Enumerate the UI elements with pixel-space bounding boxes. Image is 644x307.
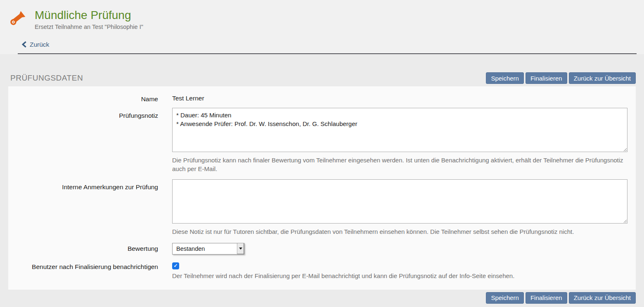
back-to-overview-button-top[interactable]: Zurück zur Übersicht (569, 72, 636, 84)
scroll-icon (7, 8, 28, 29)
page-title: Mündliche Prüfung (35, 8, 143, 22)
check-icon: ✓ (173, 263, 178, 268)
rating-selected-value: Bestanden (173, 245, 237, 252)
exam-data-form: Name Test Lerner Prüfungsnotiz * Dauer: … (8, 86, 636, 289)
form-row-name: Name Test Lerner (8, 93, 636, 104)
finalize-button-top[interactable]: Finalisieren (526, 72, 567, 84)
exam-note-textarea[interactable]: * Dauer: 45 Minuten * Anwesende Prüfer: … (172, 108, 627, 152)
chevron-left-icon (22, 41, 26, 48)
toolbar-bottom: Speichern Finalisieren Zurück zur Übersi… (0, 292, 644, 304)
form-row-internal-note: Interne Anmerkungen zur Prüfung Diese No… (8, 179, 636, 236)
form-row-exam-note: Prüfungsnotiz * Dauer: 45 Minuten * Anwe… (8, 108, 636, 173)
chevron-down-icon (237, 243, 244, 254)
rating-label: Bewertung (8, 245, 158, 252)
exam-note-label: Prüfungsnotiz (8, 108, 158, 173)
internal-note-textarea[interactable] (172, 179, 627, 224)
name-label: Name (8, 95, 158, 104)
page-subtitle: Ersetzt Teilnahme an Test "Philosophie I… (35, 24, 143, 30)
back-bar: Zurück (18, 30, 637, 55)
notify-checkbox[interactable]: ✓ (172, 262, 179, 269)
toolbar-top: Speichern Finalisieren Zurück zur Übersi… (486, 72, 636, 84)
rating-select[interactable]: Bestanden (172, 243, 244, 255)
save-button-bottom[interactable]: Speichern (486, 292, 524, 304)
exam-note-help: Die Prüfungsnotiz kann nach finaler Bewe… (172, 156, 627, 173)
page: Mündliche Prüfung Ersetzt Teilnahme an T… (0, 0, 644, 307)
notify-help: Der Teilnehmer wird nach der Finalisieru… (172, 271, 627, 280)
notify-label: Benutzer nach Finalisierung benachrichti… (8, 262, 158, 280)
form-row-rating: Bewertung Bestanden (8, 243, 636, 255)
content: PRÜFUNGSDATEN Speichern Finalisieren Zur… (0, 54, 644, 303)
save-button-top[interactable]: Speichern (486, 72, 524, 84)
section-title: PRÜFUNGSDATEN (10, 74, 83, 83)
back-link[interactable]: Zurück (22, 41, 49, 48)
internal-note-help: Diese Notiz ist nur für Tutoren sichtbar… (172, 227, 627, 236)
finalize-button-bottom[interactable]: Finalisieren (526, 292, 567, 304)
masthead: Mündliche Prüfung Ersetzt Teilnahme an T… (0, 0, 644, 54)
form-row-notify: Benutzer nach Finalisierung benachrichti… (8, 262, 636, 280)
back-to-overview-button-bottom[interactable]: Zurück zur Übersicht (569, 292, 636, 304)
back-link-label: Zurück (30, 41, 49, 48)
internal-note-label: Interne Anmerkungen zur Prüfung (8, 179, 158, 236)
name-value: Test Lerner (172, 95, 204, 102)
